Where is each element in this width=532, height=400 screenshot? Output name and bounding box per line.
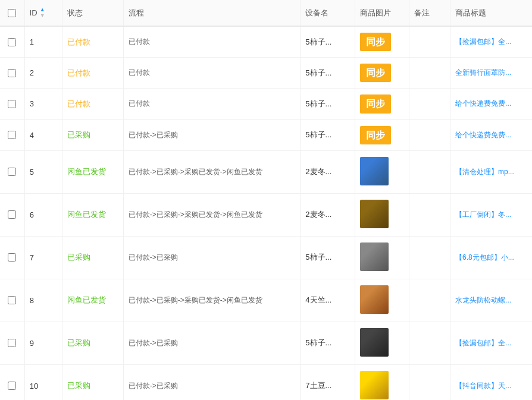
row-checkbox-cell xyxy=(0,364,24,400)
row-note xyxy=(409,119,450,150)
th-id-label: ID xyxy=(30,8,37,17)
row-device: 4天竺... xyxy=(301,279,355,322)
product-image xyxy=(360,200,389,228)
row-status: 已采购 xyxy=(62,119,123,150)
row-flow: 已付款->已采购->采购已发货->闲鱼已发货 xyxy=(123,150,301,193)
row-id: 4 xyxy=(24,119,62,150)
row-device: 7土豆... xyxy=(301,364,355,400)
row-device: 2麦冬... xyxy=(301,193,355,236)
row-device: 5柿子... xyxy=(301,89,355,119)
row-note xyxy=(409,89,450,119)
row-flow: 已付款->已采购->采购已发货->闲鱼已发货 xyxy=(123,193,301,236)
row-checkbox-cell xyxy=(0,279,24,322)
row-checkbox-cell xyxy=(0,150,24,193)
table-row: 3已付款已付款5柿子...同步给个快递费免费... xyxy=(0,89,532,119)
sync-badge: 同步 xyxy=(360,126,391,144)
row-checkbox-9[interactable] xyxy=(8,339,16,347)
row-checkbox-3[interactable] xyxy=(8,100,16,108)
id-sort-icon[interactable]: ▲ ▼ xyxy=(40,7,45,18)
row-device: 2麦冬... xyxy=(301,150,355,193)
row-device: 5柿子... xyxy=(301,322,355,364)
row-checkbox-4[interactable] xyxy=(8,131,16,139)
th-id[interactable]: ID ▲ ▼ xyxy=(24,0,62,26)
row-status: 已采购 xyxy=(62,364,123,400)
table-row: 4已采购已付款->已采购5柿子...同步给个快递费免费... xyxy=(0,119,532,150)
row-device: 5柿子... xyxy=(301,26,355,58)
row-checkbox-8[interactable] xyxy=(8,296,16,304)
table-header-row: ID ▲ ▼ 状态 流程 设备名 商品图片 xyxy=(0,0,532,26)
th-title: 商品标题 xyxy=(450,0,532,26)
row-flow: 已付款->已采购 xyxy=(123,364,301,400)
row-note xyxy=(409,236,450,279)
row-id: 2 xyxy=(24,58,62,89)
th-note: 备注 xyxy=(409,0,450,26)
row-image xyxy=(355,322,409,364)
row-checkbox-5[interactable] xyxy=(8,168,16,176)
row-flow: 已付款->已采购->采购已发货->闲鱼已发货 xyxy=(123,279,301,322)
row-note xyxy=(409,58,450,89)
row-title: 【捡漏包邮】全... xyxy=(450,26,532,58)
row-id: 3 xyxy=(24,89,62,119)
sync-badge: 同步 xyxy=(360,64,391,82)
status-badge: 闲鱼已发货 xyxy=(67,167,106,176)
row-checkbox-1[interactable] xyxy=(8,38,16,46)
select-all-checkbox[interactable] xyxy=(8,9,16,17)
status-badge: 已付款 xyxy=(67,99,90,108)
row-title: 【工厂倒闭】冬... xyxy=(450,193,532,236)
product-image xyxy=(360,157,389,185)
row-status: 闲鱼已发货 xyxy=(62,193,123,236)
orders-table-container: ID ▲ ▼ 状态 流程 设备名 商品图片 xyxy=(0,0,532,400)
row-note xyxy=(409,279,450,322)
table-row: 6闲鱼已发货已付款->已采购->采购已发货->闲鱼已发货2麦冬...【工厂倒闭】… xyxy=(0,193,532,236)
row-note xyxy=(409,193,450,236)
orders-table: ID ▲ ▼ 状态 流程 设备名 商品图片 xyxy=(0,0,532,400)
row-title: 【6.8元包邮】小... xyxy=(450,236,532,279)
row-checkbox-7[interactable] xyxy=(8,253,16,262)
row-note xyxy=(409,322,450,364)
table-row: 9已采购已付款->已采购5柿子...【捡漏包邮】全... xyxy=(0,322,532,364)
row-status: 已付款 xyxy=(62,89,123,119)
row-image: 同步 xyxy=(355,58,409,89)
row-flow: 已付款 xyxy=(123,58,301,89)
row-checkbox-cell xyxy=(0,89,24,119)
th-image: 商品图片 xyxy=(355,0,409,26)
row-title: 【捡漏包邮】全... xyxy=(450,322,532,364)
row-id: 7 xyxy=(24,236,62,279)
row-image xyxy=(355,364,409,400)
row-status: 已付款 xyxy=(62,26,123,58)
row-id: 8 xyxy=(24,279,62,322)
row-image xyxy=(355,150,409,193)
table-row: 1已付款已付款5柿子...同步【捡漏包邮】全... xyxy=(0,26,532,58)
row-title: 【抖音同款】天... xyxy=(450,364,532,400)
row-checkbox-2[interactable] xyxy=(8,69,16,77)
status-badge: 已采购 xyxy=(67,381,90,390)
row-checkbox-10[interactable] xyxy=(8,382,16,390)
row-title: 全新骑行面罩防... xyxy=(450,58,532,89)
row-checkbox-cell xyxy=(0,236,24,279)
row-status: 已采购 xyxy=(62,236,123,279)
table-row: 2已付款已付款5柿子...同步全新骑行面罩防... xyxy=(0,58,532,89)
status-badge: 已付款 xyxy=(67,37,90,46)
status-badge: 已采购 xyxy=(67,130,90,139)
row-note xyxy=(409,26,450,58)
row-title: 给个快递费免费... xyxy=(450,119,532,150)
row-id: 10 xyxy=(24,364,62,400)
th-status: 状态 xyxy=(62,0,123,26)
product-image xyxy=(360,371,389,399)
table-row: 10已采购已付款->已采购7土豆...【抖音同款】天... xyxy=(0,364,532,400)
row-title: 给个快递费免费... xyxy=(450,89,532,119)
row-checkbox-cell xyxy=(0,193,24,236)
row-note xyxy=(409,150,450,193)
th-checkbox xyxy=(0,0,24,26)
row-device: 5柿子... xyxy=(301,236,355,279)
row-status: 闲鱼已发货 xyxy=(62,279,123,322)
row-checkbox-6[interactable] xyxy=(8,210,16,219)
th-flow: 流程 xyxy=(123,0,301,26)
row-id: 1 xyxy=(24,26,62,58)
row-status: 已付款 xyxy=(62,58,123,89)
row-status: 闲鱼已发货 xyxy=(62,150,123,193)
row-id: 9 xyxy=(24,322,62,364)
row-image xyxy=(355,236,409,279)
row-checkbox-cell xyxy=(0,26,24,58)
row-flow: 已付款->已采购 xyxy=(123,322,301,364)
